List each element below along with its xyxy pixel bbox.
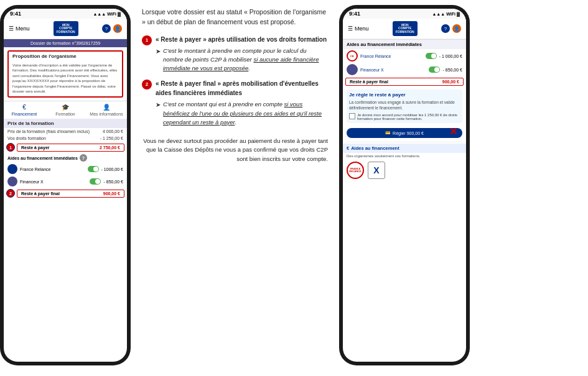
item-1-title: « Reste à payer » après utilisation de v… <box>156 35 328 44</box>
left-phone-container: 9:41 ▲▲▲ WiFi ▓ ☰ Menu MONCOMPTEFORMATIO… <box>0 0 131 376</box>
bottom-tabs: € Financement 🎓 Formation 👤 Mes informat… <box>4 101 127 119</box>
je-regle-title: Je règle le reste à payer <box>349 92 460 98</box>
consent-checkbox-row: Je donne mon accord pour mobiliser les 1… <box>349 113 460 121</box>
france-relance-value: - 1000,00 € <box>101 167 123 172</box>
right-reste-final-row: Reste à payer final 900,00 € <box>345 78 464 86</box>
tab-mes-informations[interactable]: 👤 Mes informations <box>86 101 127 119</box>
user-icon[interactable]: 👤 <box>113 24 122 33</box>
aides-help-icon[interactable]: ? <box>80 154 87 162</box>
reste-final-label: Reste à payer final <box>21 191 60 196</box>
arrow-icon-1: ➤ <box>156 47 161 56</box>
price-row-droits: Vos droits formation - 1 250,00 € <box>4 135 127 142</box>
left-status-bar: 9:41 ▲▲▲ WiFi ▓ <box>4 9 127 19</box>
person-icon: 👤 <box>103 104 110 111</box>
right-wifi-icon: WiFi <box>446 12 455 16</box>
aid-row-financeur-x: Financeur X - 850,00 € <box>4 175 127 188</box>
badge-2: 2 <box>6 189 15 198</box>
wifi-icon: WiFi <box>107 12 116 16</box>
reste-final-row: Reste à payer final 900,00 € <box>17 190 124 198</box>
right-phone-screen: 9:41 ▲▲▲ WiFi ▓ ☰ Menu MONCOMPTEFORMATIO… <box>343 9 466 362</box>
menu-button[interactable]: ☰ Menu <box>9 25 30 32</box>
right-battery-icon: ▓ <box>457 12 460 16</box>
je-regle-desc: La confirmation vous engage à suivre la … <box>349 99 460 111</box>
france-relance-logo <box>7 164 17 174</box>
euro-fin-icon: € <box>347 145 349 151</box>
reste-payer-value: 2 750,00 € <box>100 145 120 150</box>
right-phone-container: 9:41 ▲▲▲ WiFi ▓ ☰ Menu MONCOMPTEFORMATIO… <box>339 0 470 376</box>
right-signal-icon: ▲▲▲ <box>432 12 445 16</box>
red-x-icon: ✕ <box>449 126 457 137</box>
droits-label: Vos droits formation <box>7 136 46 140</box>
right-aid-france-relance: FR France Relance - 1 000,00 € <box>343 49 466 63</box>
france-relance-badge-logo: FRANCERELANCE <box>347 162 364 179</box>
right-nav-bar: ☰ Menu MONCOMPTEFORMATION ? 👤 <box>343 19 466 39</box>
menu-label: Menu <box>16 25 30 32</box>
tab-financement[interactable]: € Financement <box>4 101 45 119</box>
right-aides-immediates-title: Aides au financement immédiates <box>343 39 466 49</box>
right-financeur-x-toggle[interactable] <box>429 66 440 73</box>
france-relance-toggle[interactable] <box>88 166 99 172</box>
aid-row-france-relance: France Relance - 1000,00 € <box>4 163 127 175</box>
graduation-icon: 🎓 <box>62 104 69 111</box>
warning-text: Vous ne devez surtout pas procéder au pa… <box>142 137 328 163</box>
left-phone-screen: 9:41 ▲▲▲ WiFi ▓ ☰ Menu MONCOMPTEFORMATIO… <box>4 9 127 362</box>
tab-mes-informations-label: Mes informations <box>90 112 123 116</box>
right-screen-content: Aides au financement immédiates FR Franc… <box>343 39 466 362</box>
reg-button[interactable]: 💳 Régler 900,00 € ✕ <box>347 128 462 138</box>
item-2-title: « Reste à payer final » après mobilisati… <box>156 79 328 98</box>
prix-section-title: Prix de la formation <box>4 119 127 128</box>
right-france-relance-value: - 1 000,00 € <box>439 54 462 58</box>
number-1-badge: 1 <box>142 35 152 45</box>
left-status-icons: ▲▲▲ WiFi ▓ <box>93 12 121 16</box>
right-user-icon[interactable]: 👤 <box>452 24 461 33</box>
intro-text: Lorsque votre dossier est au statut « Pr… <box>142 7 328 27</box>
right-reste-final-value: 900,00 € <box>442 80 459 84</box>
item-1-desc: ➤ C'est le montant à prendre en compte p… <box>156 47 328 73</box>
consent-checkbox[interactable] <box>349 113 355 119</box>
right-france-relance-name: France Relance <box>360 54 391 58</box>
price-label: Prix de la formation (frais d'examen inc… <box>7 129 90 134</box>
reste-final-value: 900,00 € <box>103 191 120 196</box>
tab-formation-label: Formation <box>55 112 75 116</box>
right-menu-button[interactable]: ☰ Menu <box>348 25 369 32</box>
item-1-content: « Reste à payer » après utilisation de v… <box>156 35 328 73</box>
je-regle-section: Je règle le reste à payer La confirmatio… <box>347 89 462 123</box>
battery-icon: ▓ <box>118 12 121 16</box>
financeur-x-value: - 850,00 € <box>103 180 123 184</box>
financeur-x-toggle[interactable] <box>90 178 101 185</box>
euro-icon: € <box>22 104 26 111</box>
aids-fin-title: € Aides au financement <box>343 144 466 153</box>
tab-formation[interactable]: 🎓 Formation <box>45 101 86 119</box>
mon-compte-formation-logo: MONCOMPTEFORMATION <box>54 21 78 36</box>
price-row-formation: Prix de la formation (frais d'examen inc… <box>4 128 127 135</box>
dossier-bar: Dossier de formation n°3962817259 <box>4 39 127 47</box>
item-2-content: « Reste à payer final » après mobilisati… <box>156 79 328 127</box>
screen-content: Prix de la formation Prix de la formatio… <box>4 119 127 362</box>
reste-payer-label: Reste à payer <box>21 145 50 150</box>
separator <box>347 142 462 142</box>
right-reste-final-label: Reste à payer final <box>350 80 388 84</box>
reg-button-label: Régler 900,00 € <box>393 131 424 135</box>
intro-paragraph: Lorsque votre dossier est au statut « Pr… <box>142 7 328 27</box>
right-financeur-x-name: Financeur X <box>360 68 384 72</box>
right-menu-label: Menu <box>355 25 369 32</box>
number-2-badge: 2 <box>142 80 152 89</box>
arrow-icon-2: ➤ <box>156 100 161 109</box>
badge-1: 1 <box>6 143 15 152</box>
reste-payer-row: Reste à payer 2 750,00 € <box>17 144 124 152</box>
aid-logos-row: FRANCERELANCE X <box>343 159 466 181</box>
status-label: Proposition de l'organisme <box>9 52 122 61</box>
aides-section-title: Aides au financement immédiates ? <box>4 153 127 163</box>
right-phone: 9:41 ▲▲▲ WiFi ▓ ☰ Menu MONCOMPTEFORMATIO… <box>339 5 470 365</box>
consent-text: Je donne mon accord pour mobiliser les 1… <box>357 113 460 121</box>
price-value: 4 000,00 € <box>103 129 123 134</box>
right-mon-compte-formation-logo: MONCOMPTEFORMATION <box>393 21 418 36</box>
right-france-relance-toggle[interactable] <box>426 53 437 59</box>
left-phone: 9:41 ▲▲▲ WiFi ▓ ☰ Menu MONCOMPTEFORMATIO… <box>0 5 131 365</box>
right-nav-action-icons: ? 👤 <box>441 24 461 33</box>
droits-value: - 1 250,00 € <box>100 136 123 140</box>
right-financeur-x-logo <box>347 64 358 75</box>
help-icon[interactable]: ? <box>102 24 111 33</box>
right-aid-financeur-x: Financeur X - 850,00 € <box>343 63 466 76</box>
right-help-icon[interactable]: ? <box>441 24 450 33</box>
